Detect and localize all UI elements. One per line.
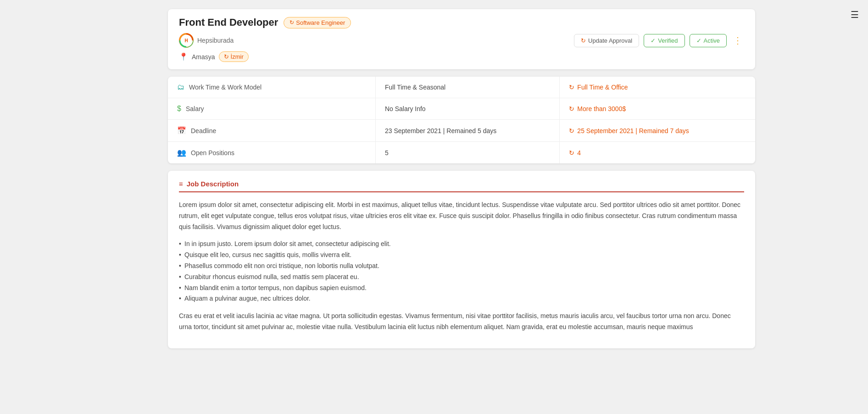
active-check-icon: ✓ <box>696 37 701 44</box>
section-header: ≡ Job Description <box>179 180 744 192</box>
company-name: Hepsiburada <box>197 37 234 44</box>
detail-refresh-icon: ↻ <box>569 127 574 134</box>
location-tag: ↻ İzmir <box>219 51 249 62</box>
section-list-icon: ≡ <box>179 180 183 188</box>
detail-updated-text: More than 3000$ <box>577 105 626 112</box>
detail-value-cell: 5 <box>375 142 559 164</box>
desc-list-item: Nam blandit enim a tortor tempus, non da… <box>179 283 744 294</box>
details-row: 👥 Open Positions 5 ↻ 4 <box>168 142 755 164</box>
header-card: Front End Developer ↻ Software Engineer … <box>168 9 755 69</box>
detail-value-cell: Full Time & Seasonal <box>375 77 559 98</box>
desc-paragraph-1: Lorem ipsum dolor sit amet, consectetur … <box>179 200 744 232</box>
detail-updated-cell: ↻ More than 3000$ <box>560 98 755 120</box>
detail-label-text: Open Positions <box>191 149 234 157</box>
verified-label: Verified <box>658 37 678 44</box>
calendar-icon: 📅 <box>177 126 186 135</box>
desc-paragraph-2: Cras eu erat et velit iaculis lacinia ac… <box>179 311 744 333</box>
detail-label-text: Work Time & Work Model <box>189 84 262 91</box>
detail-label-text: Deadline <box>191 127 216 134</box>
tag-refresh-icon: ↻ <box>289 19 294 26</box>
title-row: Front End Developer ↻ Software Engineer <box>179 17 744 28</box>
tag-badge-label: Software Engineer <box>296 19 345 26</box>
detail-label-text: Salary <box>186 105 204 112</box>
detail-label-cell: 👥 Open Positions <box>168 142 375 164</box>
people-icon: 👥 <box>177 148 186 157</box>
desc-list-item: Curabitur rhoncus euismod nulla, sed mat… <box>179 272 744 283</box>
detail-label-cell: 📅 Deadline <box>168 120 375 142</box>
update-approval-button[interactable]: ↻ Update Approval <box>574 34 639 47</box>
details-row: 🗂 Work Time & Work Model Full Time & Sea… <box>168 77 755 98</box>
desc-list-item: In in ipsum justo. Lorem ipsum dolor sit… <box>179 239 744 250</box>
dollar-icon: $ <box>177 105 181 113</box>
desc-list-item: Phasellus commodo elit non orci tristiqu… <box>179 261 744 272</box>
job-title: Front End Developer <box>179 17 278 28</box>
section-title: Job Description <box>187 180 239 188</box>
detail-value-cell: No Salary Info <box>375 98 559 120</box>
detail-updated-cell: ↻ 25 September 2021 | Remained 7 days <box>560 120 755 142</box>
details-card: 🗂 Work Time & Work Model Full Time & Sea… <box>168 77 755 163</box>
company-logo: H <box>179 33 194 48</box>
detail-updated-text: Full Time & Office <box>577 84 628 91</box>
desc-list-item: Aliquam a pulvinar augue, nec ultrices d… <box>179 293 744 304</box>
desc-list-item: Quisque elit leo, cursus nec sagittis qu… <box>179 250 744 261</box>
tag-badge: ↻ Software Engineer <box>284 17 351 28</box>
more-options-button[interactable]: ⋮ <box>731 33 744 48</box>
svg-text:H: H <box>184 38 188 43</box>
detail-updated-cell: ↻ 4 <box>560 142 755 164</box>
company-row: H Hepsiburada ↻ Update Approval ✓ Verifi… <box>179 33 744 48</box>
active-label: Active <box>704 37 720 44</box>
detail-value-cell: 23 September 2021 | Remained 5 days <box>375 120 559 142</box>
detail-refresh-icon: ↻ <box>569 149 574 157</box>
update-approval-label: Update Approval <box>588 37 632 44</box>
details-row: $ Salary No Salary Info ↻ More than 3000… <box>168 98 755 120</box>
detail-label-cell: 🗂 Work Time & Work Model <box>168 77 375 98</box>
location-row: 📍 Amasya ↻ İzmir <box>179 51 744 62</box>
desc-list: In in ipsum justo. Lorem ipsum dolor sit… <box>179 239 744 304</box>
briefcase-icon: 🗂 <box>177 83 184 91</box>
location-tag-label: İzmir <box>231 53 244 60</box>
detail-label-cell: $ Salary <box>168 98 375 120</box>
verified-check-icon: ✓ <box>651 37 656 44</box>
detail-updated-text: 4 <box>577 149 581 157</box>
description-card: ≡ Job Description Lorem ipsum dolor sit … <box>168 171 755 348</box>
detail-refresh-icon: ↻ <box>569 105 574 112</box>
location-tag-refresh-icon: ↻ <box>224 53 229 60</box>
detail-refresh-icon: ↻ <box>569 84 574 91</box>
detail-updated-text: 25 September 2021 | Remained 7 days <box>577 127 689 134</box>
header-actions: ↻ Update Approval ✓ Verified ✓ Active ⋮ <box>574 33 744 48</box>
details-row: 📅 Deadline 23 September 2021 | Remained … <box>168 120 755 142</box>
company-left: H Hepsiburada <box>179 33 234 48</box>
detail-updated-cell: ↻ Full Time & Office <box>560 77 755 98</box>
hamburger-menu-icon[interactable]: ☰ <box>851 9 859 20</box>
verified-button[interactable]: ✓ Verified <box>644 34 684 47</box>
details-table: 🗂 Work Time & Work Model Full Time & Sea… <box>168 77 755 163</box>
location-pin-icon: 📍 <box>179 52 188 61</box>
location-text: Amasya <box>192 53 215 61</box>
active-button[interactable]: ✓ Active <box>690 34 727 47</box>
update-approval-refresh-icon: ↻ <box>581 37 586 44</box>
